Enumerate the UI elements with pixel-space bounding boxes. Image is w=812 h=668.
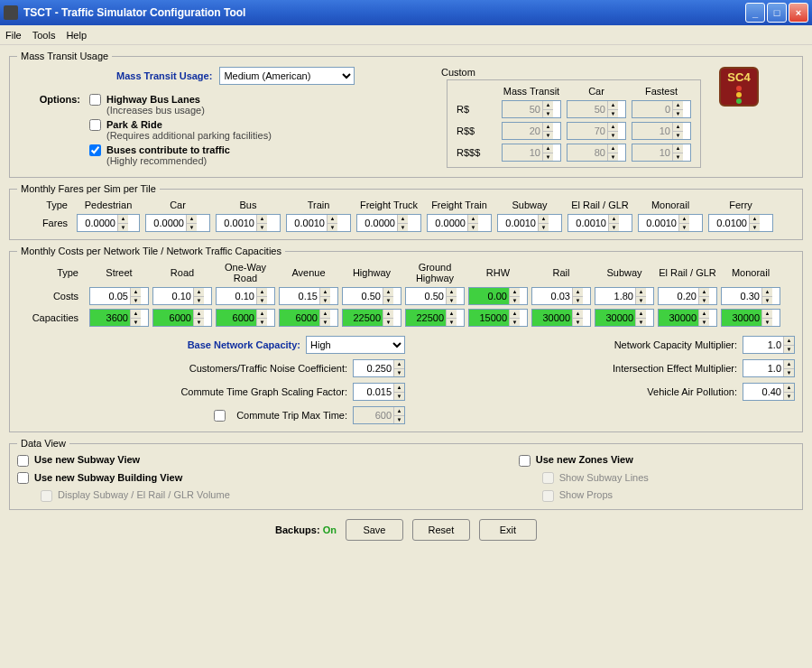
- mt-usage-select[interactable]: Medium (American): [219, 67, 355, 85]
- base-capacity-select[interactable]: High: [306, 336, 405, 354]
- custom-r1-fast[interactable]: ▲▼: [632, 100, 691, 118]
- sc4-logo: SC4: [719, 67, 759, 107]
- spinner[interactable]: ▲▼: [89, 309, 149, 327]
- window-title: TSCT - Traffic Simulator Configuration T…: [23, 6, 745, 19]
- inter-label: Intersection Effect Multiplier:: [613, 363, 737, 374]
- spinner[interactable]: ▲▼: [468, 309, 528, 327]
- custom-r2-mt[interactable]: ▲▼: [502, 122, 561, 140]
- poll-label: Vehicle Air Pollution:: [647, 386, 737, 397]
- menu-help[interactable]: Help: [66, 30, 87, 41]
- inter-spinner[interactable]: ▲▼: [743, 359, 795, 377]
- mult-spinner[interactable]: ▲▼: [743, 336, 795, 354]
- park-ride-checkbox[interactable]: [89, 119, 101, 131]
- spinner[interactable]: ▲▼: [356, 214, 421, 232]
- spinner[interactable]: ▲▼: [145, 214, 210, 232]
- spinner[interactable]: ▲▼: [405, 287, 465, 305]
- data-view-group: Data View Use new Subway View Use new Su…: [9, 438, 803, 510]
- spinner[interactable]: ▲▼: [342, 287, 401, 305]
- reset-button[interactable]: Reset: [412, 519, 470, 541]
- mult-label: Network Capacity Multiplier:: [614, 339, 737, 350]
- mt-legend: Mass Transit Usage: [17, 51, 112, 61]
- spinner[interactable]: ▲▼: [89, 287, 149, 305]
- custom-r1-mt[interactable]: ▲▼: [502, 100, 561, 118]
- save-button[interactable]: Save: [346, 519, 403, 541]
- spinner[interactable]: ▲▼: [152, 309, 212, 327]
- menu-file[interactable]: File: [5, 30, 22, 41]
- dv-legend: Data View: [17, 438, 69, 449]
- spinner[interactable]: ▲▼: [216, 309, 275, 327]
- scale-label: Commute Time Graph Scaling Factor:: [180, 386, 347, 397]
- buses-traffic-checkbox[interactable]: [89, 144, 101, 156]
- custom-r3-car[interactable]: ▲▼: [567, 144, 626, 162]
- menu-tools[interactable]: Tools: [32, 30, 56, 41]
- spinner[interactable]: ▲▼: [342, 309, 401, 327]
- spinner[interactable]: ▲▼: [567, 214, 632, 232]
- spinner[interactable]: ▲▼: [531, 309, 591, 327]
- mass-transit-usage-group: Mass Transit Usage Mass Transit Usage: M…: [9, 51, 803, 178]
- subway-view-checkbox[interactable]: [17, 455, 29, 467]
- fares-group: Monthly Fares per Sim per Tile TypePedes…: [9, 183, 803, 240]
- spinner[interactable]: ▲▼: [216, 214, 281, 232]
- options-label: Options:: [17, 94, 80, 170]
- spinner[interactable]: ▲▼: [721, 287, 780, 305]
- exit-button[interactable]: Exit: [479, 519, 537, 541]
- spinner[interactable]: ▲▼: [531, 287, 591, 305]
- trip-spinner[interactable]: ▲▼: [353, 406, 405, 424]
- spinner[interactable]: ▲▼: [468, 287, 528, 305]
- spinner[interactable]: ▲▼: [427, 214, 492, 232]
- menubar: File Tools Help: [0, 25, 812, 45]
- trip-max-checkbox[interactable]: [214, 410, 226, 422]
- spinner[interactable]: ▲▼: [497, 214, 562, 232]
- spinner[interactable]: ▲▼: [638, 214, 703, 232]
- spinner[interactable]: ▲▼: [405, 309, 465, 327]
- custom-r2-car[interactable]: ▲▼: [567, 122, 626, 140]
- spinner[interactable]: ▲▼: [721, 309, 780, 327]
- display-volume-checkbox: [41, 490, 52, 502]
- spinner[interactable]: ▲▼: [595, 287, 654, 305]
- maximize-button[interactable]: □: [767, 3, 787, 23]
- trip-label: Commute Trip Max Time:: [236, 410, 347, 421]
- noise-spinner[interactable]: ▲▼: [353, 359, 405, 377]
- spinner[interactable]: ▲▼: [279, 309, 338, 327]
- mt-usage-label: Mass Transit Usage:: [116, 70, 212, 81]
- show-subway-lines-checkbox: [542, 472, 554, 484]
- close-button[interactable]: ×: [789, 3, 808, 23]
- scale-spinner[interactable]: ▲▼: [353, 383, 405, 401]
- fares-legend: Monthly Fares per Sim per Tile: [17, 183, 160, 194]
- custom-r3-mt[interactable]: ▲▼: [502, 144, 561, 162]
- subway-building-checkbox[interactable]: [17, 472, 29, 484]
- titlebar: TSCT - Traffic Simulator Configuration T…: [0, 0, 812, 25]
- spinner[interactable]: ▲▼: [595, 309, 654, 327]
- spinner[interactable]: ▲▼: [658, 309, 717, 327]
- spinner[interactable]: ▲▼: [658, 287, 717, 305]
- costs-group: Monthly Costs per Network Tile / Network…: [9, 246, 803, 432]
- footer: Backups: On Save Reset Exit: [9, 519, 803, 541]
- costs-legend: Monthly Costs per Network Tile / Network…: [17, 246, 285, 256]
- zones-view-checkbox[interactable]: [519, 455, 531, 467]
- spinner[interactable]: ▲▼: [708, 214, 773, 232]
- poll-spinner[interactable]: ▲▼: [743, 383, 795, 401]
- noise-label: Customers/Traffic Noise Coefficient:: [189, 363, 347, 374]
- spinner[interactable]: ▲▼: [279, 287, 338, 305]
- custom-r3-fast[interactable]: ▲▼: [632, 144, 691, 162]
- spinner[interactable]: ▲▼: [286, 214, 351, 232]
- backups-status: On: [323, 524, 337, 535]
- app-icon: [4, 5, 18, 20]
- custom-box: Mass Transit Car Fastest R$ ▲▼ ▲▼ ▲▼ R$$…: [447, 79, 701, 168]
- custom-r1-car[interactable]: ▲▼: [567, 100, 626, 118]
- custom-label: Custom: [441, 67, 701, 78]
- custom-r2-fast[interactable]: ▲▼: [632, 122, 691, 140]
- show-props-checkbox: [542, 490, 554, 502]
- minimize-button[interactable]: _: [745, 3, 765, 23]
- spinner[interactable]: ▲▼: [77, 214, 140, 232]
- spinner[interactable]: ▲▼: [216, 287, 275, 305]
- spinner[interactable]: ▲▼: [152, 287, 212, 305]
- base-capacity-label: Base Network Capacity:: [188, 339, 300, 350]
- highway-bus-lanes-checkbox[interactable]: [89, 94, 101, 106]
